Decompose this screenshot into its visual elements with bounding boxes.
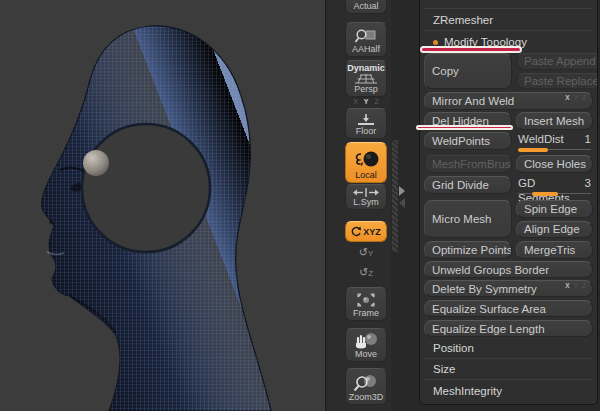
optimize-row: Optimize Points MergeTris — [424, 241, 593, 259]
paste-append-label: Paste Append — [524, 55, 596, 67]
menu-item-mesh-integrity[interactable]: MeshIntegrity — [424, 380, 593, 401]
menu-item-position[interactable]: Position — [424, 338, 593, 359]
meshfrombrush-row: MeshFromBrush Close Holes — [424, 155, 593, 173]
local-label: Local — [355, 170, 377, 180]
axis-z[interactable]: Z — [582, 94, 586, 101]
paste-replace-label: Paste Replace — [524, 75, 598, 87]
paste-append-button[interactable]: Paste Append — [516, 53, 598, 70]
equalize-edge-length-label: Equalize Edge Length — [432, 323, 545, 335]
menu-item-zremesher[interactable]: ZRemesher — [424, 9, 593, 31]
mesh-from-brush-label: MeshFromBrush — [432, 158, 512, 170]
zoom3d-label: Zoom3D — [349, 392, 384, 402]
close-holes-label: Close Holes — [524, 158, 586, 170]
equalize-surface-area-button[interactable]: Equalize Surface Area — [424, 300, 593, 317]
symmetry-axes-toggle[interactable]: X Y Z — [565, 282, 586, 289]
perspective-grid-icon — [353, 73, 379, 84]
local-brush-icon — [351, 150, 381, 170]
xyz-label: XYZ — [363, 227, 381, 237]
rotate-z-toggle[interactable]: ↺Z — [345, 265, 387, 281]
menu-item-size[interactable]: Size — [424, 359, 593, 380]
copy-paste-group: Copy Paste Append Paste Replace — [424, 53, 593, 89]
mirror-axes-toggle[interactable]: X Y Z — [565, 94, 586, 101]
zremesher-label: ZRemesher — [433, 14, 493, 26]
actual-label: Actual — [353, 1, 378, 11]
align-edge-button[interactable]: Align Edge — [516, 221, 593, 239]
actual-button[interactable]: Actual — [345, 0, 387, 14]
rotate-y-toggle[interactable]: ↺Y — [345, 245, 387, 261]
axis-x[interactable]: X — [565, 282, 569, 289]
weldpoints-button[interactable]: WeldPoints — [424, 132, 512, 150]
tray-toggle-arrows[interactable] — [399, 186, 411, 208]
paste-replace-button[interactable]: Paste Replace — [516, 73, 598, 90]
position-label: Position — [433, 342, 474, 354]
annotation-del-hidden — [416, 125, 513, 130]
axis-z[interactable]: Z — [582, 282, 586, 289]
slider-fill — [518, 148, 548, 152]
ear-sphere — [83, 150, 109, 176]
gd-segments-slider[interactable]: GD Segments 3 — [516, 176, 593, 197]
unweld-groups-border-button[interactable]: Unweld Groups Border — [424, 261, 593, 278]
mirror-and-weld-button[interactable]: Mirror And Weld X Y Z — [424, 92, 593, 110]
merge-tris-label: MergeTris — [524, 244, 575, 256]
zoom3d-button[interactable]: Zoom3D — [345, 368, 387, 405]
aahalf-button[interactable]: AAHalf — [345, 22, 387, 57]
wireframe-head-model — [0, 0, 326, 411]
insert-mesh-button[interactable]: Insert Mesh — [516, 112, 593, 130]
unweld-groups-border-label: Unweld Groups Border — [432, 264, 549, 276]
copy-button[interactable]: Copy — [424, 53, 512, 89]
tray-arrow-left-icon — [399, 198, 405, 208]
axis-x[interactable]: X — [565, 94, 569, 101]
zoom3d-magnifier-icon — [353, 374, 379, 392]
axis-y[interactable]: Y — [574, 94, 578, 101]
move-button[interactable]: Move — [345, 328, 387, 362]
mesh-from-brush-button[interactable]: MeshFromBrush — [424, 155, 512, 173]
tray-scrollbar[interactable] — [391, 139, 399, 253]
spin-edge-label: Spin Edge — [524, 203, 577, 215]
zbrush-window: Actual AAHalf Dynamic Persp X Y Z — [0, 0, 600, 411]
floor-axes-toggle[interactable]: X Y Z — [345, 98, 387, 106]
floor-axis-y[interactable]: Y — [364, 98, 369, 106]
weld-dist-label: WeldDist — [518, 132, 564, 147]
weld-dist-value: 1 — [585, 132, 591, 147]
spin-edge-button[interactable]: Spin Edge — [516, 200, 593, 218]
right-shelf-toolbar: Actual AAHalf Dynamic Persp X Y Z — [327, 0, 391, 411]
optimize-points-label: Optimize Points — [432, 244, 512, 256]
equalize-edge-length-button[interactable]: Equalize Edge Length — [424, 320, 593, 337]
frame-button[interactable]: Frame — [345, 287, 387, 321]
rotate-z-label: Z — [368, 269, 373, 278]
delete-by-symmetry-button[interactable]: Delete By Symmetry X Y Z — [424, 280, 593, 297]
floor-label: Floor — [356, 126, 377, 136]
size-label: Size — [433, 363, 455, 375]
weld-dist-slider[interactable]: WeldDist 1 — [516, 132, 593, 153]
lsym-button[interactable]: L.Sym — [345, 184, 387, 210]
floor-button[interactable]: Floor — [345, 108, 387, 139]
aahalf-label: AAHalf — [352, 44, 380, 54]
move-label: Move — [355, 349, 377, 359]
merge-tris-button[interactable]: MergeTris — [516, 241, 593, 259]
rotate-z-icon: ↺ — [359, 266, 368, 278]
axis-y[interactable]: Y — [574, 282, 578, 289]
floor-icon — [355, 113, 377, 126]
frame-icon — [355, 292, 377, 308]
gd-segments-value: 3 — [585, 176, 591, 191]
viewport-3d[interactable] — [0, 0, 326, 411]
micro-mesh-group: Micro Mesh Spin Edge Align Edge — [424, 200, 593, 238]
menu-item-tessimate[interactable]: Tessimate — [424, 0, 593, 9]
slider-handle — [532, 192, 558, 196]
optimize-points-button[interactable]: Optimize Points — [424, 241, 512, 259]
grid-divide-label: Grid Divide — [432, 179, 489, 191]
floor-axis-z[interactable]: Z — [375, 98, 379, 106]
micro-mesh-button[interactable]: Micro Mesh — [424, 200, 512, 238]
dynamic-persp-button[interactable]: Dynamic Persp — [345, 60, 387, 97]
weldpoints-row: WeldPoints WeldDist 1 — [424, 132, 593, 153]
close-holes-button[interactable]: Close Holes — [516, 155, 593, 173]
rotate-xyz-button[interactable]: XYZ — [345, 221, 387, 242]
topology-hole — [82, 124, 210, 252]
floor-axis-x[interactable]: X — [353, 98, 358, 106]
micro-mesh-label: Micro Mesh — [432, 213, 491, 225]
frame-label: Frame — [353, 308, 379, 318]
insert-mesh-label: Insert Mesh — [524, 115, 584, 127]
grid-divide-button[interactable]: Grid Divide — [424, 176, 512, 194]
local-button[interactable]: Local — [345, 142, 387, 183]
lsym-arrows-icon — [353, 188, 379, 197]
